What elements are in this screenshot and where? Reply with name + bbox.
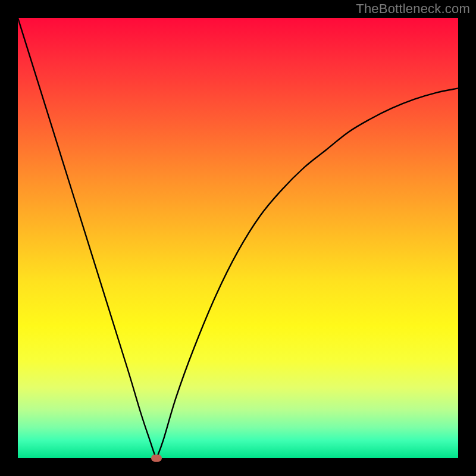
- left-branch-curve: [18, 18, 156, 458]
- chart-frame: TheBottleneck.com: [0, 0, 476, 476]
- right-branch-curve: [156, 88, 458, 458]
- watermark-text: TheBottleneck.com: [356, 1, 470, 17]
- minimum-marker: [151, 455, 162, 462]
- curve-layer: [18, 18, 458, 458]
- plot-area: [18, 18, 458, 458]
